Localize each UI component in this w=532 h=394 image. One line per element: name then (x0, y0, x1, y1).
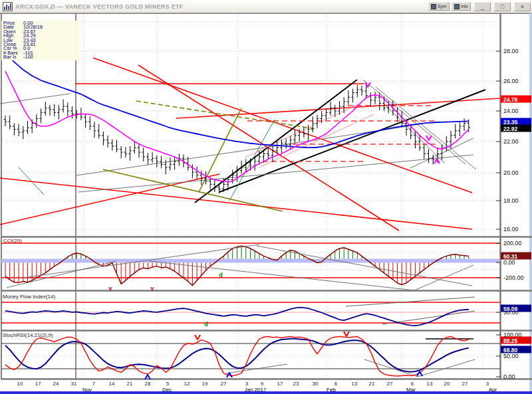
svg-text:12: 12 (184, 381, 190, 387)
svg-text:21: 21 (369, 381, 375, 387)
intv-icon (454, 4, 460, 9)
svg-text:13: 13 (352, 381, 358, 387)
sym-button-label: Sym (438, 3, 447, 9)
svg-text:Dec: Dec (162, 387, 172, 393)
svg-text:16.00: 16.00 (503, 226, 519, 233)
title-bar[interactable]: ARCX:GDX,D — VANECK VECTORS GOLD MINERS … (0, 0, 532, 13)
svg-text:27: 27 (221, 381, 227, 387)
svg-text:20.00: 20.00 (503, 169, 519, 176)
cursor-info-box: Price0.00Date10/28/16Open23.67High24.29L… (1, 21, 79, 60)
svg-text:-200.00: -200.00 (503, 274, 524, 281)
stochrsi-level-line (364, 359, 418, 377)
cci-zero-band (1, 259, 500, 263)
svg-text:0.00: 0.00 (503, 259, 515, 266)
titlebar-buttons: Sym Intv _ □ × (428, 2, 531, 11)
svg-text:23.35: 23.35 (503, 119, 518, 126)
app-icon (3, 2, 13, 11)
svg-text:Nov: Nov (82, 387, 92, 393)
svg-text:60.31: 60.31 (503, 253, 518, 260)
svg-text:30: 30 (313, 381, 319, 387)
svg-text:v: v (108, 285, 112, 292)
stochrsi-level-line (418, 359, 475, 377)
svg-text:23: 23 (293, 381, 299, 387)
chart-window: ddvv28.0026.0024.0022.0020.0018.0016.002… (0, 0, 532, 394)
svg-text:68.80: 68.80 (503, 347, 518, 353)
price-bars (4, 85, 470, 193)
svg-text:26.00: 26.00 (503, 78, 519, 84)
mfi-level-line (346, 297, 475, 306)
sym-icon (431, 4, 436, 9)
svg-text:200.00: 200.00 (503, 240, 522, 246)
ma-slow-line (5, 53, 469, 148)
x-axis: 1017243171421285121927391723306132127613… (17, 381, 497, 393)
window-title: ARCX:GDX,D — VANECK VECTORS GOLD MINERS … (15, 3, 428, 10)
svg-text:27: 27 (462, 381, 468, 387)
svg-text:10: 10 (17, 381, 23, 387)
svg-text:21: 21 (127, 381, 133, 387)
info-row: Bar Ix-100 (3, 55, 79, 59)
intv-button[interactable]: Intv (452, 2, 471, 11)
svg-text:Apr: Apr (489, 387, 497, 393)
svg-text:Jan 2017: Jan 2017 (245, 387, 267, 393)
sym-button[interactable]: Sym (428, 2, 450, 11)
svg-text:d: d (204, 321, 208, 328)
restore-button[interactable]: □ (494, 2, 511, 11)
minimize-button[interactable]: _ (474, 2, 491, 11)
svg-text:17: 17 (35, 381, 41, 387)
cci-histogram (5, 246, 469, 286)
svg-text:22.92: 22.92 (503, 126, 518, 132)
svg-text:24.00: 24.00 (503, 108, 519, 114)
svg-text:d: d (219, 272, 223, 278)
svg-text:59.09: 59.09 (503, 306, 518, 312)
svg-text:Feb: Feb (327, 387, 336, 393)
panel-borders (0, 14, 532, 380)
svg-text:Mar: Mar (406, 387, 416, 393)
svg-text:28.00: 28.00 (503, 48, 519, 54)
close-button[interactable]: × (514, 2, 531, 11)
svg-text:19: 19 (202, 381, 208, 387)
svg-text:13: 13 (427, 381, 433, 387)
main-trendlines (0, 58, 500, 231)
svg-text:22.00: 22.00 (503, 138, 519, 145)
chart-canvas[interactable]: ddvv28.0026.0024.0022.0020.0018.0016.002… (0, 0, 532, 394)
intv-button-label: Intv (461, 3, 468, 9)
cci-trendline (257, 246, 472, 286)
svg-text:0.00: 0.00 (503, 373, 515, 380)
svg-text:18.00: 18.00 (503, 197, 519, 204)
cci-panel-label: CCI(20) (3, 238, 22, 244)
svg-text:27: 27 (387, 381, 393, 387)
svg-text:50.00: 50.00 (503, 353, 519, 359)
svg-text:31: 31 (71, 381, 77, 387)
mfi-panel-label: Money Flow Index(14) (3, 294, 55, 300)
svg-text:7: 7 (92, 381, 96, 387)
svg-text:24: 24 (53, 381, 59, 387)
stochrsi-panel-label: StochRSI(14,21(2),9) (3, 332, 53, 338)
svg-text:24.78: 24.78 (503, 96, 518, 103)
svg-text:88.25: 88.25 (503, 338, 518, 344)
svg-text:17: 17 (277, 381, 283, 387)
svg-text:28: 28 (145, 381, 151, 387)
svg-text:14: 14 (109, 381, 115, 387)
svg-text:v: v (150, 285, 154, 292)
svg-text:20: 20 (444, 381, 450, 387)
